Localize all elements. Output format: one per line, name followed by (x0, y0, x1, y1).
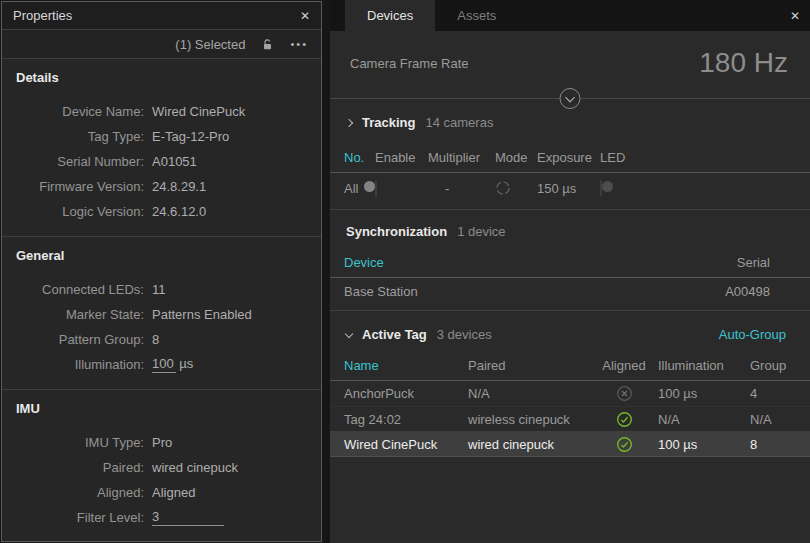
property-label: Paired: (2, 460, 144, 475)
property-row: Connected LEDs: 11 (2, 277, 321, 302)
section-title: IMU (16, 400, 321, 418)
tag-paired: N/A (468, 386, 593, 401)
filter-level-input[interactable]: 3 (152, 509, 224, 526)
properties-panel: Properties ✕ (1) Selected ••• Details De… (1, 1, 322, 542)
section-general: General Connected LEDs: 11 Marker State:… (2, 236, 321, 389)
section-imu: IMU IMU Type: Pro Paired: wired cinepuck… (2, 389, 321, 542)
chevron-down-icon[interactable] (560, 88, 581, 109)
camera-frame-rate-label: Camera Frame Rate (350, 56, 468, 71)
property-row: Illumination: 100 µs (2, 352, 321, 377)
unlock-icon[interactable] (261, 38, 274, 51)
active-tag-count: 3 devices (437, 327, 492, 342)
selection-count-label: (1) Selected (175, 37, 245, 52)
property-value: E-Tag-12-Pro (152, 129, 229, 144)
chevron-right-icon (345, 118, 353, 126)
more-options-icon[interactable]: ••• (290, 38, 308, 50)
frame-rate-expander (330, 87, 810, 109)
property-value: Aligned (152, 485, 195, 500)
property-label: IMU Type: (2, 435, 144, 450)
tag-illumination: 100 µs (655, 437, 745, 452)
column-header-led[interactable]: LED (600, 150, 640, 165)
property-label: Connected LEDs: (2, 282, 144, 297)
tag-illumination: N/A (655, 412, 745, 427)
enable-cell (375, 181, 428, 196)
check-circle-icon (616, 436, 633, 453)
cross-circle-icon (616, 385, 633, 402)
tag-row-wired-cinepuck[interactable]: Wired CinePuck wired cinepuck 100 µs 8 (330, 431, 810, 456)
property-label: Tag Type: (2, 129, 144, 144)
property-row: Logic Version: 24.6.12.0 (2, 199, 321, 224)
column-header-illumination[interactable]: Illumination (655, 358, 745, 373)
auto-group-button[interactable]: Auto-Group (719, 327, 786, 342)
camera-frame-rate-value[interactable]: 180 Hz (699, 47, 788, 79)
tracking-section-header[interactable]: Tracking 14 cameras (346, 115, 794, 130)
column-header-serial[interactable]: Serial (737, 255, 770, 270)
aligned-cell (593, 436, 655, 453)
column-header-aligned[interactable]: Aligned (593, 358, 655, 373)
column-header-exposure[interactable]: Exposure (537, 150, 600, 165)
devices-tabbar: Devices Assets ✕ (330, 0, 810, 31)
property-value: Pro (152, 435, 172, 450)
property-value: 24.6.12.0 (152, 204, 206, 219)
property-row: Filter Level: 3 (2, 505, 321, 530)
column-header-no[interactable]: No. (344, 150, 375, 165)
sync-row-base-station[interactable]: Base Station A00498 (330, 278, 810, 305)
column-header-name[interactable]: Name (344, 358, 468, 373)
devices-panel: Devices Assets ✕ Camera Frame Rate 180 H… (330, 0, 810, 543)
property-value: wired cinepuck (152, 460, 238, 475)
property-row: Pattern Group: 8 (2, 327, 321, 352)
tag-name: AnchorPuck (344, 386, 468, 401)
tag-name: Wired CinePuck (344, 437, 468, 452)
enable-toggle[interactable] (375, 180, 377, 197)
property-row: Aligned: Aligned (2, 480, 321, 505)
multiplier-value: - (428, 181, 495, 196)
chevron-down-icon (345, 329, 353, 337)
properties-title: Properties (13, 8, 72, 23)
illumination-field: 100 µs (152, 356, 193, 373)
device-name: Base Station (344, 284, 725, 299)
property-row: Tag Type: E-Tag-12-Pro (2, 124, 321, 149)
properties-titlebar: Properties ✕ (2, 2, 321, 30)
filter-level-field: 3 (152, 509, 224, 526)
tracking-mode-reticle-icon[interactable] (495, 180, 511, 196)
column-header-group[interactable]: Group (745, 358, 810, 373)
active-tag-title: Active Tag (362, 327, 427, 342)
section-details: Details Device Name: Wired CinePuck Tag … (2, 59, 321, 236)
tag-group: N/A (745, 412, 810, 427)
tracking-table-header: No. Enable Multiplier Mode Exposure LED (330, 150, 810, 173)
synchronization-table-header: Device Serial (330, 255, 810, 278)
close-icon[interactable]: ✕ (790, 0, 800, 31)
column-header-multiplier[interactable]: Multiplier (428, 150, 495, 165)
column-header-paired[interactable]: Paired (468, 358, 593, 373)
property-value: 8 (152, 332, 159, 347)
synchronization-count: 1 device (457, 224, 505, 239)
property-row: Device Name: Wired CinePuck (2, 99, 321, 124)
divider (330, 456, 810, 457)
tag-row-anchorpuck[interactable]: AnchorPuck N/A 100 µs 4 (330, 381, 810, 406)
tracking-count: 14 cameras (425, 115, 493, 130)
tag-name: Tag 24:02 (344, 412, 468, 427)
tab-assets[interactable]: Assets (435, 0, 518, 31)
synchronization-section-header: Synchronization 1 device (346, 224, 794, 239)
device-serial: A00498 (725, 284, 770, 299)
column-header-mode[interactable]: Mode (495, 150, 537, 165)
tracking-row-all[interactable]: All - 150 µs (330, 173, 810, 203)
section-title: General (16, 247, 321, 265)
column-header-device[interactable]: Device (344, 255, 737, 270)
property-label: Serial Number: (2, 154, 144, 169)
property-label: Pattern Group: (2, 332, 144, 347)
tag-row-tag-2402[interactable]: Tag 24:02 wireless cinepuck N/A N/A (330, 406, 810, 431)
led-toggle[interactable] (600, 180, 602, 197)
active-tag-section-header[interactable]: Active Tag 3 devices Auto-Group (346, 327, 794, 342)
tag-paired: wireless cinepuck (468, 412, 593, 427)
property-row: Marker State: Patterns Enabled (2, 302, 321, 327)
column-header-enable[interactable]: Enable (375, 150, 428, 165)
property-value: 11 (152, 282, 166, 297)
tag-group: 4 (745, 386, 810, 401)
close-icon[interactable]: ✕ (300, 9, 310, 23)
divider (330, 310, 810, 311)
mode-cell (495, 180, 537, 196)
tab-devices[interactable]: Devices (345, 0, 435, 31)
property-row: Paired: wired cinepuck (2, 455, 321, 480)
illumination-input[interactable]: 100 (152, 356, 176, 373)
